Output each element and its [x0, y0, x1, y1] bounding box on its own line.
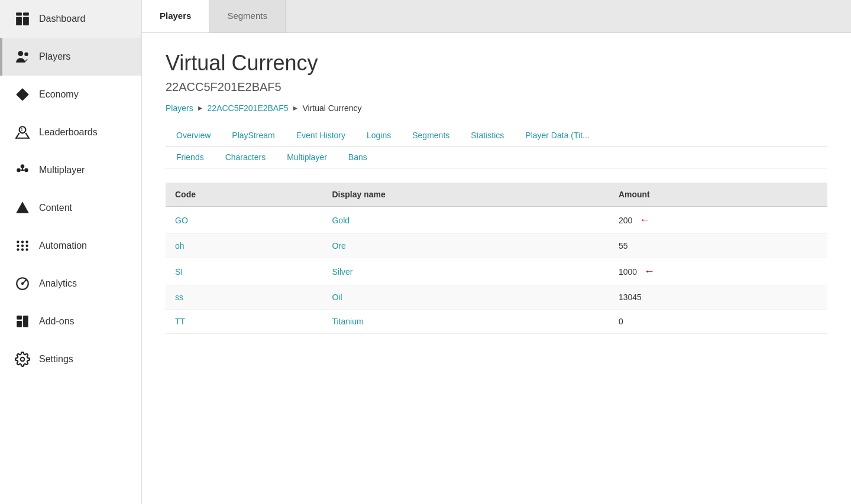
breadcrumb-id[interactable]: 22ACC5F201E2BAF5 [208, 103, 289, 113]
cell-amount: 1000← [609, 258, 827, 285]
sidebar-item-label: Multiplayer [39, 165, 85, 175]
tab-segments[interactable]: Segments [209, 0, 286, 32]
svg-point-4 [18, 51, 23, 56]
svg-point-5 [24, 52, 28, 56]
cell-code[interactable]: TT [166, 310, 322, 334]
automation-icon [14, 238, 31, 254]
svg-point-21 [25, 240, 28, 243]
sidebar-item-leaderboards[interactable]: 1 Leaderboards [0, 113, 141, 151]
sidebar-item-label: Automation [39, 240, 87, 251]
cell-display-name[interactable]: Oil [322, 285, 609, 310]
leaderboards-icon: 1 [14, 124, 31, 141]
table-row: ohOre55 [166, 234, 827, 258]
cell-display-name[interactable]: Titanium [322, 310, 609, 334]
settings-icon [14, 351, 31, 368]
cell-display-name[interactable]: Ore [322, 234, 609, 258]
nav-event-history[interactable]: Event History [286, 125, 356, 146]
nav-player-data[interactable]: Player Data (Tit... [515, 125, 600, 146]
sidebar-item-addons[interactable]: Add-ons [0, 303, 141, 340]
tab-players[interactable]: Players [142, 0, 209, 32]
nav-friends[interactable]: Friends [166, 147, 215, 168]
cell-code[interactable]: ss [166, 285, 322, 310]
breadcrumb-players[interactable]: Players [166, 103, 193, 113]
svg-point-10 [17, 168, 21, 173]
svg-point-24 [25, 248, 28, 251]
sidebar-item-label: Settings [39, 354, 73, 365]
nav-links-row2: Friends Characters Multiplayer Bans [166, 147, 827, 168]
sidebar-item-automation[interactable]: Automation [0, 227, 141, 265]
page-body: Virtual Currency 22ACC5F201E2BAF5 Player… [142, 33, 851, 504]
nav-statistics[interactable]: Statistics [460, 125, 515, 146]
svg-point-16 [17, 245, 19, 247]
svg-point-12 [21, 164, 25, 168]
sidebar-item-label: Analytics [39, 278, 77, 289]
arrow-annotation: ← [644, 265, 655, 278]
nav-logins[interactable]: Logins [356, 125, 402, 146]
multiplayer-icon [14, 162, 31, 178]
currency-table: Code Display name Amount GOGold200←ohOre… [166, 183, 827, 334]
analytics-icon [14, 275, 31, 292]
svg-point-26 [21, 282, 24, 285]
col-header-code: Code [166, 183, 322, 207]
breadcrumb: Players ► 22ACC5F201E2BAF5 ► Virtual Cur… [166, 103, 827, 113]
svg-marker-15 [16, 201, 29, 213]
sidebar-item-multiplayer[interactable]: Multiplayer [0, 151, 141, 189]
svg-rect-3 [23, 17, 29, 25]
svg-rect-29 [17, 316, 22, 320]
economy-icon [14, 86, 31, 103]
page-title: Virtual Currency [166, 51, 827, 76]
cell-amount: 200← [609, 207, 827, 234]
sidebar-item-dashboard[interactable]: Dashboard [0, 0, 141, 38]
table-row: ssOil13045 [166, 285, 827, 310]
cell-code[interactable]: oh [166, 234, 322, 258]
tab-bar: Players Segments [142, 0, 851, 33]
svg-rect-28 [23, 316, 28, 327]
breadcrumb-sep-2: ► [292, 104, 299, 112]
cell-display-name[interactable]: Silver [322, 258, 609, 285]
table-row: TTTitanium0 [166, 310, 827, 334]
cell-amount: 0 [609, 310, 827, 334]
svg-point-22 [17, 248, 19, 251]
sidebar-item-players[interactable]: Players [0, 38, 141, 76]
svg-point-20 [21, 240, 24, 243]
svg-point-17 [21, 245, 24, 247]
nav-segments[interactable]: Segments [402, 125, 460, 146]
sidebar-item-label: Leaderboards [39, 127, 98, 138]
dashboard-icon [14, 11, 31, 27]
svg-rect-0 [16, 12, 22, 15]
main-content: Players Segments Virtual Currency 22ACC5… [142, 0, 851, 504]
sidebar-item-settings[interactable]: Settings [0, 340, 141, 378]
sidebar-item-label: Add-ons [39, 316, 75, 327]
cell-code[interactable]: SI [166, 258, 322, 285]
breadcrumb-current: Virtual Currency [302, 103, 361, 113]
content-icon [14, 200, 31, 216]
svg-rect-27 [17, 321, 22, 327]
cell-code[interactable]: GO [166, 207, 322, 234]
nav-overview[interactable]: Overview [166, 125, 221, 146]
nav-characters[interactable]: Characters [215, 147, 276, 168]
col-header-amount: Amount [609, 183, 827, 207]
svg-point-7 [21, 93, 25, 97]
sidebar-item-analytics[interactable]: Analytics [0, 265, 141, 303]
svg-point-19 [17, 240, 19, 243]
sidebar-item-content[interactable]: Content [0, 189, 141, 227]
cell-display-name[interactable]: Gold [322, 207, 609, 234]
table-row: GOGold200← [166, 207, 827, 234]
nav-multiplayer[interactable]: Multiplayer [276, 147, 338, 168]
nav-playstream[interactable]: PlayStream [221, 125, 285, 146]
players-icon [14, 48, 31, 65]
svg-point-11 [24, 168, 28, 173]
breadcrumb-sep-1: ► [197, 104, 204, 112]
cell-amount: 55 [609, 234, 827, 258]
arrow-annotation: ← [639, 214, 650, 226]
page-id: 22ACC5F201E2BAF5 [166, 80, 827, 94]
cell-amount: 13045 [609, 285, 827, 310]
nav-links-row1: Overview PlayStream Event History Logins… [166, 125, 827, 147]
svg-rect-2 [16, 17, 22, 25]
addons-icon [14, 313, 31, 330]
sidebar-item-label: Content [39, 203, 72, 213]
svg-text:1: 1 [21, 127, 23, 132]
nav-bans[interactable]: Bans [338, 147, 378, 168]
svg-point-18 [25, 245, 28, 247]
sidebar-item-economy[interactable]: Economy [0, 76, 141, 113]
